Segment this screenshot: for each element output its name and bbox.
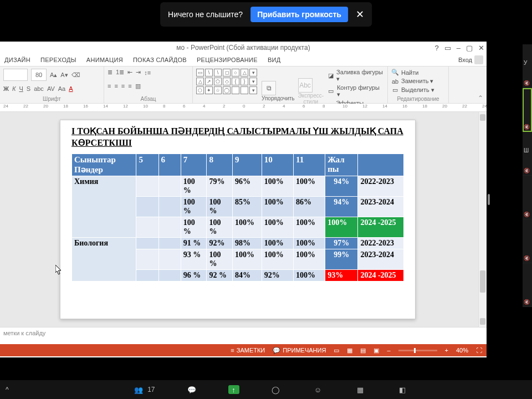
scroll-up-button[interactable]: [480, 114, 485, 121]
apps-icon: ◧: [397, 385, 408, 394]
slideshow-view-icon[interactable]: ▣: [374, 347, 379, 354]
notes-pane[interactable]: метки к слайду: [0, 327, 487, 344]
tab-design[interactable]: ДИЗАЙН: [4, 57, 30, 63]
case-button[interactable]: Aa: [58, 85, 65, 92]
clear-format-icon[interactable]: ⌫: [71, 71, 80, 79]
more-controls-chevron-icon[interactable]: ^: [6, 386, 9, 393]
record-button[interactable]: ◯: [270, 385, 282, 394]
find-button[interactable]: 🔍Найти: [391, 69, 445, 76]
increase-font-icon[interactable]: A▴: [50, 71, 57, 79]
fit-window-icon[interactable]: ⛶: [476, 347, 482, 354]
participant-thumbnail[interactable]: Ш🔇: [523, 132, 532, 176]
apps-button[interactable]: ◧: [397, 385, 408, 394]
bullets-button[interactable]: ≣: [108, 69, 112, 76]
comments-button[interactable]: 💬ПРИМЕЧАНИЯ: [273, 347, 326, 354]
strike-button[interactable]: S: [27, 85, 30, 92]
table-cell: 100 %: [207, 217, 233, 237]
sorter-view-icon[interactable]: ▦: [347, 347, 352, 354]
reactions-button[interactable]: ☺: [313, 385, 324, 394]
tab-transitions[interactable]: ПЕРЕХОДЫ: [40, 57, 76, 63]
participant-thumbnail[interactable]: 🔇: [523, 176, 532, 219]
tab-animation[interactable]: АНИМАЦИЯ: [86, 57, 123, 63]
slide[interactable]: І ТОҚСАН БОЙЫНША ПӘНДЕРДІҢ САЛЫСТЫРМАЛЫ …: [60, 120, 416, 319]
breakout-button[interactable]: ▦: [355, 385, 366, 394]
login-area[interactable]: Вход: [458, 55, 483, 64]
total-cell: 99%: [325, 249, 358, 269]
maximize-button[interactable]: ▢: [466, 44, 473, 52]
table-cell: [136, 217, 158, 237]
indent-button[interactable]: ⇥: [136, 69, 141, 76]
align-left-button[interactable]: ≡: [108, 83, 111, 89]
line-spacing-button[interactable]: ↕≡: [144, 69, 151, 76]
zoom-out-button[interactable]: –: [387, 347, 390, 354]
arrange-icon[interactable]: ⧉: [262, 81, 276, 95]
tab-slideshow[interactable]: ПОКАЗ СЛАЙДОВ: [133, 57, 187, 63]
vertical-scrollbar[interactable]: [478, 112, 487, 327]
participants-button[interactable]: 👥 17: [133, 385, 155, 394]
quick-styles-icon[interactable]: Abc: [298, 78, 313, 93]
notes-button[interactable]: ≡ЗАМЕТКИ: [231, 347, 265, 354]
participant-initial: Ш: [524, 147, 529, 154]
ribbon-options-icon[interactable]: ▭: [444, 44, 451, 52]
bold-button[interactable]: Ж: [3, 85, 9, 92]
notif-close-icon[interactable]: ✕: [356, 8, 364, 21]
zoom-value[interactable]: 40%: [456, 347, 468, 354]
shapes-gallery[interactable]: ▭\\◻○△▾ △↗⬠◇{}▾ ⬡✦☆◯▾: [196, 69, 257, 94]
table-cell: 91 %: [181, 237, 207, 249]
font-size-select[interactable]: 80: [31, 69, 47, 81]
align-right-button[interactable]: ≡: [121, 83, 125, 89]
normal-view-icon[interactable]: ▭: [334, 347, 339, 354]
avatar-icon: [474, 55, 483, 64]
ruler-tick: 24: [3, 104, 8, 109]
window-title: мо - PowerPoint (Сбой активации продукта…: [176, 44, 310, 52]
year-cell: 2023-2024: [358, 196, 404, 217]
title-bar: мо - PowerPoint (Сбой активации продукта…: [0, 42, 487, 54]
font-color-button[interactable]: A: [69, 85, 73, 92]
table-cell: 100%: [293, 217, 325, 237]
participant-thumbnail[interactable]: 🔇: [523, 219, 532, 263]
minimize-button[interactable]: –: [457, 44, 461, 52]
shape-fill-button[interactable]: ◪Заливка фигуры ▾: [327, 69, 384, 83]
th-11: 11: [293, 154, 325, 176]
resize-handle[interactable]: [488, 194, 490, 205]
ruler-tick: 2: [223, 104, 225, 109]
slide-canvas[interactable]: І ТОҚСАН БОЙЫНША ПӘНДЕРДІҢ САЛЫСТЫРМАЛЫ …: [0, 112, 487, 327]
replace-button[interactable]: abЗаменить ▾: [391, 78, 445, 85]
spacing-button[interactable]: AV: [47, 85, 55, 92]
participant-thumbnail[interactable]: 🔇: [523, 263, 532, 307]
participant-thumbnail[interactable]: У🔇: [523, 44, 532, 88]
underline-button[interactable]: Ч: [19, 85, 23, 92]
slide-title: І ТОҚСАН БОЙЫНША ПӘНДЕРДІҢ САЛЫСТЫРМАЛЫ …: [71, 126, 404, 149]
zoom-slider[interactable]: [398, 350, 437, 351]
numbering-button[interactable]: 1≣: [116, 69, 124, 76]
table-cell: [136, 269, 158, 281]
close-button[interactable]: ✕: [478, 44, 484, 52]
italic-button[interactable]: К: [12, 85, 16, 92]
chat-button[interactable]: 💬: [186, 385, 197, 394]
reading-view-icon[interactable]: ▤: [360, 347, 366, 354]
ruler-tick: 8: [163, 104, 165, 109]
tab-review[interactable]: РЕЦЕНЗИРОВАНИЕ: [197, 57, 258, 63]
increase-volume-button[interactable]: Прибавить громкость: [250, 7, 348, 22]
decrease-font-icon[interactable]: A▾: [60, 71, 68, 79]
shape-outline-button[interactable]: ▭Контур фигуры ▾: [327, 84, 384, 98]
share-button[interactable]: ↑: [228, 385, 239, 394]
align-center-button[interactable]: ≡: [114, 83, 117, 89]
th-10: 10: [262, 154, 293, 176]
outdent-button[interactable]: ⇤: [127, 69, 132, 76]
shadow-button[interactable]: abc: [34, 85, 44, 92]
columns-button[interactable]: ▥: [135, 83, 141, 90]
justify-button[interactable]: ≡: [128, 83, 131, 89]
select-button[interactable]: ▭Выделить ▾: [391, 86, 445, 94]
participant-initial: У: [524, 60, 527, 66]
tab-view[interactable]: ВИД: [268, 57, 281, 63]
collapse-ribbon-icon[interactable]: ⌃: [478, 94, 483, 102]
scroll-thumb[interactable]: [480, 270, 485, 293]
ruler-tick: 20: [43, 104, 48, 109]
zoom-knob[interactable]: [414, 348, 416, 353]
help-icon[interactable]: ?: [435, 44, 439, 52]
participant-thumbnail[interactable]: 🔇: [523, 88, 532, 132]
zoom-in-button[interactable]: +: [445, 347, 448, 354]
scroll-down-button[interactable]: [480, 318, 485, 325]
font-family-select[interactable]: [3, 69, 28, 81]
